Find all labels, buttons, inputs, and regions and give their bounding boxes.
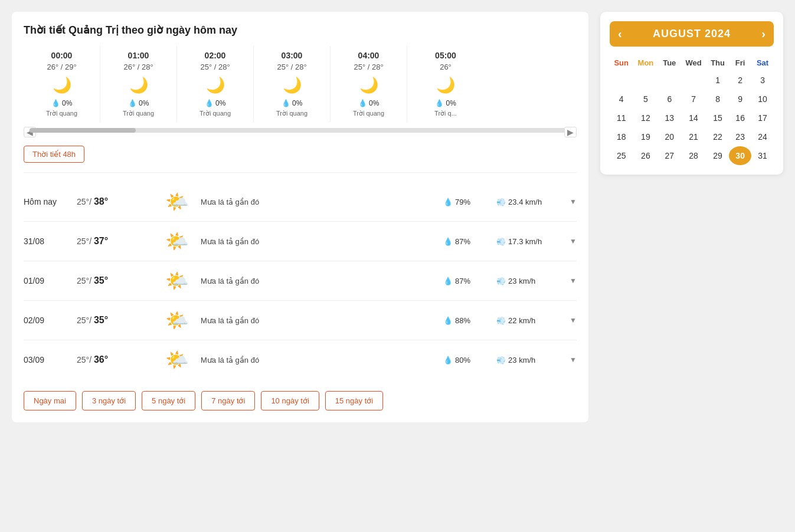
calendar-day[interactable]: 17 [751, 109, 774, 127]
scrollbar-row: ◀ ▶ [24, 128, 577, 133]
daily-temp: 25°/ 35° [77, 315, 153, 326]
daily-date: 03/09 [24, 355, 71, 364]
hourly-rain: 💧 0% [260, 99, 324, 107]
hourly-rain: 💧 0% [106, 99, 171, 107]
calendar-empty [633, 71, 658, 90]
chevron-down-icon: ▼ [570, 356, 577, 364]
daily-wind: 💨 23 km/h [496, 277, 561, 285]
calendar-day[interactable]: 29 [706, 146, 729, 165]
humidity-drop-icon: 💧 [443, 277, 453, 285]
calendar-day[interactable]: 26 [633, 146, 658, 165]
cal-header-sun: Sun [610, 55, 633, 71]
calendar-day[interactable]: 12 [633, 109, 658, 127]
hourly-temp: 25° / 28° [260, 63, 324, 71]
daily-max-temp: 35° [94, 315, 108, 325]
daily-date: 02/09 [24, 316, 71, 325]
chevron-down-icon: ▼ [570, 277, 577, 285]
hourly-item[interactable]: 00:00 26° / 29° 🌙 💧 0% Trời quang [24, 46, 100, 122]
calendar-day[interactable]: 3 [751, 71, 774, 90]
calendar-day[interactable]: 4 [610, 90, 633, 109]
weather-icon: 🌤️ [165, 270, 189, 292]
hourly-item[interactable]: 05:00 26° 🌙 💧 0% Trời q... [407, 46, 484, 122]
nav-day-button[interactable]: 5 ngày tới [142, 391, 195, 411]
nav-day-button[interactable]: 7 ngày tới [201, 391, 255, 411]
hourly-item[interactable]: 02:00 25° / 28° 🌙 💧 0% Trời quang [177, 46, 254, 122]
chevron-down-icon: ▼ [570, 316, 577, 324]
right-panel: ‹ AUGUST 2024 › SunMonTueWedThuFriSat 12… [600, 12, 783, 422]
hourly-desc: Trời quang [183, 110, 247, 117]
cal-header-thu: Thu [706, 55, 729, 71]
daily-humidity: 💧 79% [443, 198, 490, 206]
daily-row[interactable]: 31/08 25°/ 37° 🌤️ Mưa lá tả gần đó 💧 87%… [24, 222, 577, 261]
daily-row[interactable]: Hôm nay 25°/ 38° 🌤️ Mưa lá tả gần đó 💧 7… [24, 182, 577, 222]
calendar-day[interactable]: 18 [610, 127, 633, 146]
hourly-item[interactable]: 03:00 25° / 28° 🌙 💧 0% Trời quang [254, 46, 331, 122]
calendar-day[interactable]: 30 [729, 146, 751, 165]
rain-drop-icon: 💧 [51, 99, 60, 107]
weather-icon: 🌤️ [165, 349, 189, 371]
calendar-day[interactable]: 20 [658, 127, 681, 146]
daily-date: 01/09 [24, 276, 71, 285]
calendar-day[interactable]: 10 [751, 90, 774, 109]
daily-wind: 💨 17.3 km/h [496, 237, 561, 246]
calendar-day[interactable]: 24 [751, 127, 774, 146]
calendar-day[interactable]: 23 [729, 127, 751, 146]
daily-row[interactable]: 02/09 25°/ 35° 🌤️ Mưa lá tả gần đó 💧 88%… [24, 301, 577, 340]
calendar-day[interactable]: 25 [610, 146, 633, 165]
daily-desc: Mưa lá tả gần đó [201, 277, 437, 285]
calendar-thead: SunMonTueWedThuFriSat [610, 55, 774, 71]
calendar-day[interactable]: 15 [706, 109, 729, 127]
hourly-time: 03:00 [260, 51, 324, 60]
calendar-day[interactable]: 5 [633, 90, 658, 109]
daily-max-temp: 35° [94, 275, 108, 285]
calendar-day[interactable]: 13 [658, 109, 681, 127]
daily-date: 31/08 [24, 237, 71, 246]
cal-header-mon: Mon [633, 55, 658, 71]
calendar-day[interactable]: 1 [706, 71, 729, 90]
daily-max-temp: 36° [94, 354, 108, 364]
daily-max-temp: 37° [94, 236, 108, 246]
btn-48h[interactable]: Thời tiết 48h [24, 146, 84, 163]
nav-day-button[interactable]: 3 ngày tới [82, 391, 136, 411]
daily-row[interactable]: 01/09 25°/ 35° 🌤️ Mưa lá tả gần đó 💧 87%… [24, 261, 577, 301]
humidity-drop-icon: 💧 [443, 237, 453, 246]
calendar-day[interactable]: 2 [729, 71, 751, 90]
daily-row[interactable]: 03/09 25°/ 36° 🌤️ Mưa lá tả gần đó 💧 80%… [24, 340, 577, 379]
daily-humidity: 💧 80% [443, 356, 490, 364]
calendar-day[interactable]: 21 [681, 127, 706, 146]
nav-day-button[interactable]: 10 ngày tới [261, 391, 319, 411]
hourly-rain: 💧 0% [336, 99, 401, 107]
hourly-scroll-wrapper: 00:00 26° / 29° 🌙 💧 0% Trời quang 01:00 … [24, 46, 577, 139]
hourly-item[interactable]: 01:00 26° / 28° 🌙 💧 0% Trời quang [100, 46, 177, 122]
calendar-empty [610, 71, 633, 90]
calendar-day[interactable]: 11 [610, 109, 633, 127]
calendar-day[interactable]: 6 [658, 90, 681, 109]
weather-icon: 🌤️ [165, 309, 189, 331]
calendar-day[interactable]: 31 [751, 146, 774, 165]
daily-wind: 💨 23.4 km/h [496, 198, 561, 206]
calendar-day[interactable]: 19 [633, 127, 658, 146]
calendar-day[interactable]: 27 [658, 146, 681, 165]
hourly-table: 00:00 26° / 29° 🌙 💧 0% Trời quang 01:00 … [24, 46, 577, 122]
nav-day-button[interactable]: 15 ngày tới [325, 391, 383, 411]
calendar-day[interactable]: 9 [729, 90, 751, 109]
calendar-empty [681, 71, 706, 90]
calendar-prev-button[interactable]: ‹ [618, 27, 622, 41]
calendar-day[interactable]: 14 [681, 109, 706, 127]
calendar-day[interactable]: 16 [729, 109, 751, 127]
humidity-drop-icon: 💧 [443, 198, 453, 206]
calendar-day[interactable]: 7 [681, 90, 706, 109]
rain-drop-icon: 💧 [435, 99, 444, 107]
hourly-item[interactable]: 04:00 25° / 28° 🌙 💧 0% Trời quang [331, 46, 407, 122]
calendar-next-button[interactable]: › [761, 27, 765, 41]
scroll-right-arrow[interactable]: ▶ [564, 127, 577, 137]
daily-temp: 25°/ 37° [77, 236, 153, 247]
calendar-day[interactable]: 22 [706, 127, 729, 146]
calendar-day[interactable]: 28 [681, 146, 706, 165]
moon-icon: 🌙 [413, 76, 478, 94]
daily-temp: 25°/ 35° [77, 275, 153, 286]
moon-icon: 🌙 [183, 76, 247, 94]
calendar-day[interactable]: 8 [706, 90, 729, 109]
nav-day-button[interactable]: Ngày mai [24, 391, 76, 411]
weather-icon: 🌤️ [165, 230, 189, 252]
